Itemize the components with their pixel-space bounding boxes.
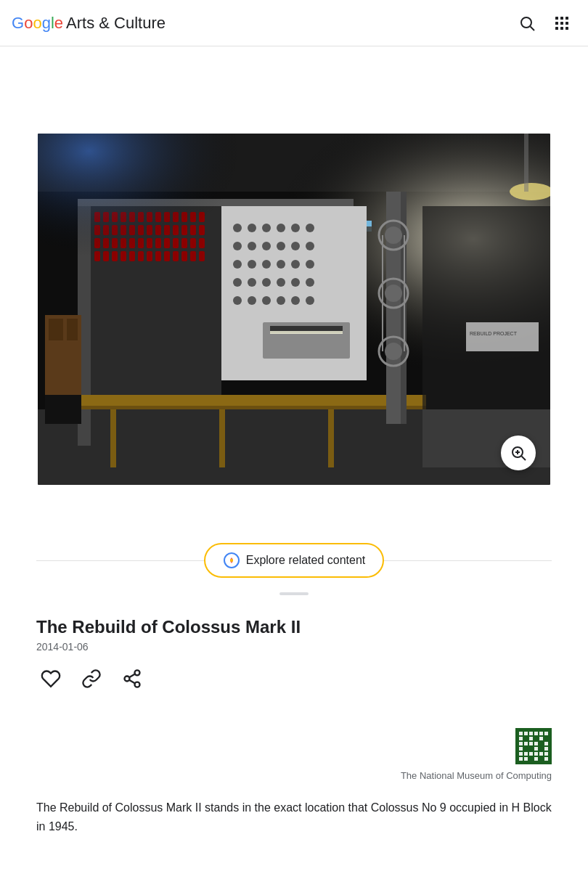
lens-icon [223,552,240,569]
svg-point-139 [125,677,130,682]
grid-icon [553,15,571,32]
svg-point-138 [135,671,140,676]
header: Google Arts & Culture [0,0,588,46]
main-image-container: REBUILD PROJECT [38,134,550,485]
svg-line-142 [129,674,135,678]
apps-button[interactable] [547,9,576,38]
svg-rect-166 [544,752,548,756]
svg-rect-161 [519,752,523,756]
svg-rect-155 [529,742,533,745]
handle-bar [279,592,309,595]
museum-name: The National Museum of Computing [401,770,552,781]
svg-rect-168 [524,757,528,761]
share-button[interactable] [118,664,147,693]
svg-rect-4 [565,17,568,20]
zoom-icon [510,444,527,462]
article-title: The Rebuild of Colossus Mark II [36,616,552,638]
svg-rect-160 [544,747,548,751]
svg-rect-154 [524,742,528,745]
explore-icon [223,552,240,569]
svg-rect-165 [539,752,543,756]
pull-handle [0,592,588,595]
svg-rect-162 [524,752,528,756]
heart-icon [41,669,61,689]
logo: Google Arts & Culture [12,14,166,33]
svg-rect-149 [544,732,548,735]
svg-rect-153 [519,742,523,745]
svg-rect-3 [560,17,563,20]
svg-rect-130 [67,319,78,340]
svg-rect-159 [534,747,538,751]
svg-rect-146 [529,732,533,735]
svg-rect-147 [534,732,538,735]
article-actions [36,664,552,693]
main-image: REBUILD PROJECT [38,134,550,485]
svg-point-140 [135,682,140,687]
like-button[interactable] [36,664,65,693]
svg-line-141 [129,680,135,684]
svg-rect-151 [529,737,533,740]
article-date: 2014-01-06 [36,641,552,653]
svg-rect-7 [565,22,568,25]
svg-rect-10 [565,27,568,30]
svg-rect-157 [544,742,548,745]
header-icons [513,9,576,38]
colossus-svg: REBUILD PROJECT [38,134,550,485]
svg-line-1 [531,26,535,30]
svg-point-0 [521,17,531,28]
link-icon [81,669,102,689]
share-icon [122,669,142,689]
svg-rect-144 [519,732,523,735]
article-info: The Rebuild of Colossus Mark II 2014-01-… [0,604,588,728]
museum-section: The National Museum of Computing [0,728,588,781]
svg-rect-150 [519,737,523,740]
svg-rect-169 [534,757,538,761]
svg-rect-156 [534,742,538,745]
search-button[interactable] [513,9,542,38]
svg-rect-5 [555,22,558,25]
svg-rect-131 [45,395,81,424]
svg-rect-8 [555,27,558,30]
svg-rect-163 [529,752,533,756]
museum-logo-svg [516,729,551,764]
zoom-button[interactable] [501,436,536,470]
svg-rect-167 [519,757,523,761]
svg-rect-145 [524,732,528,735]
svg-line-133 [522,457,526,461]
explore-label: Explore related content [246,554,366,567]
search-icon [518,15,536,32]
explore-related-button[interactable]: Explore related content [204,543,385,578]
arts-culture-wordmark: Arts & Culture [66,14,166,33]
svg-rect-9 [560,27,563,30]
svg-rect-6 [560,22,563,25]
explore-section: Explore related content [0,543,588,578]
svg-rect-158 [519,747,523,751]
svg-rect-125 [38,134,550,485]
svg-point-137 [230,559,233,562]
svg-rect-170 [544,757,548,761]
svg-rect-164 [534,752,538,756]
svg-rect-152 [539,737,543,740]
museum-logo [515,728,552,764]
google-wordmark: Google [12,14,63,33]
article-description: The Rebuild of Colossus Mark II stands i… [0,793,588,841]
svg-rect-148 [539,732,543,735]
link-button[interactable] [77,664,106,693]
svg-rect-127 [524,134,528,192]
svg-rect-2 [555,17,558,20]
svg-rect-129 [49,319,63,340]
